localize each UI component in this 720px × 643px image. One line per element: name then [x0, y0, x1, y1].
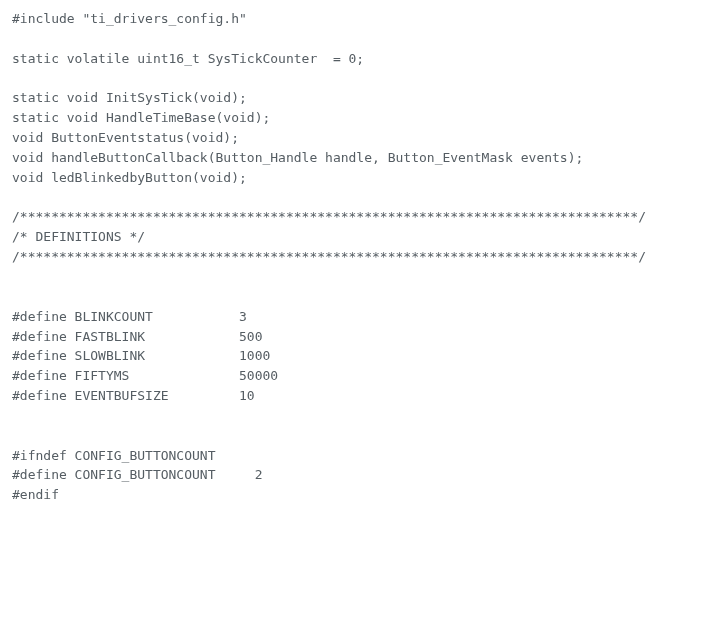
code-content: #include "ti_drivers_config.h" static vo… [12, 11, 646, 502]
code-block: #include "ti_drivers_config.h" static vo… [0, 0, 720, 516]
